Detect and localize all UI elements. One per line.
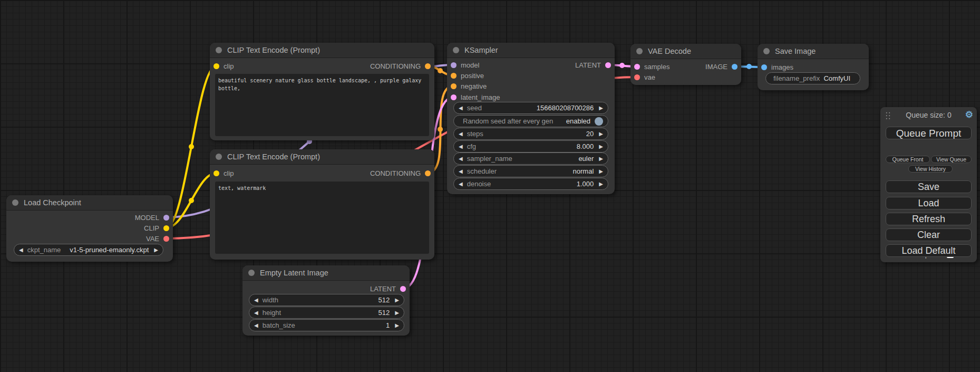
decrement-arrow-icon[interactable]: ◀ <box>254 310 258 316</box>
node-header[interactable]: Empty Latent Image <box>242 265 410 281</box>
positive-input-dot[interactable] <box>451 73 457 79</box>
conditioning-output-dot[interactable] <box>425 170 431 176</box>
increment-arrow-icon[interactable]: ▶ <box>599 182 603 187</box>
widget-value[interactable]: 156680208700286 <box>537 104 594 112</box>
images-input-dot[interactable] <box>761 64 767 70</box>
comfyui-canvas[interactable]: Load Checkpoint MODEL CLIP VAE ◀ ckpt_na… <box>0 0 980 372</box>
increment-arrow-icon[interactable]: ▶ <box>395 298 399 303</box>
negative-input-dot[interactable] <box>451 83 457 89</box>
widget-value[interactable]: 512 <box>379 296 390 304</box>
node-ksampler[interactable]: KSampler model positive negative latent_… <box>447 43 615 194</box>
increment-arrow-icon[interactable]: ▶ <box>599 106 603 111</box>
node-header[interactable]: CLIP Text Encode (Prompt) <box>210 149 434 165</box>
node-header[interactable]: Save Image <box>758 44 869 59</box>
queue-prompt-button[interactable]: Queue Prompt <box>886 127 972 139</box>
clear-button[interactable]: Clear <box>886 228 972 241</box>
widget-value[interactable]: normal <box>573 167 594 175</box>
node-header[interactable]: CLIP Text Encode (Prompt) <box>210 43 434 58</box>
widget-value[interactable]: v1-5-pruned-emaonly.ckpt <box>70 246 149 254</box>
node-save-image[interactable]: Save Image images filename_prefix ComfyU… <box>758 44 869 90</box>
node-vae-decode[interactable]: VAE Decode samples vae IMAGE <box>630 44 741 85</box>
widget-filename-prefix[interactable]: filename_prefix ComfyUI <box>765 72 860 84</box>
decrement-arrow-icon[interactable]: ◀ <box>254 298 258 303</box>
widget-value[interactable]: ComfyUI <box>823 74 850 82</box>
increment-arrow-icon[interactable]: ▶ <box>395 323 399 328</box>
decrement-arrow-icon[interactable]: ◀ <box>459 131 463 137</box>
collapse-toggle-icon[interactable] <box>453 47 459 53</box>
collapse-toggle-icon[interactable] <box>216 154 222 160</box>
decrement-arrow-icon[interactable]: ◀ <box>459 106 463 111</box>
widget-cfg[interactable]: ◀ cfg 8.000 ▶ <box>453 140 608 152</box>
decrement-arrow-icon[interactable]: ◀ <box>459 169 463 174</box>
samples-input-dot[interactable] <box>634 64 640 70</box>
latent-output-dot[interactable] <box>400 286 406 292</box>
view-queue-button[interactable]: View Queue <box>931 156 972 163</box>
node-header[interactable]: KSampler <box>447 43 615 58</box>
collapse-toggle-icon[interactable] <box>636 48 643 54</box>
clip-input-dot[interactable] <box>214 63 219 69</box>
vae-input-dot[interactable] <box>634 74 640 80</box>
clip-input-dot[interactable] <box>214 170 219 176</box>
decrement-arrow-icon[interactable]: ◀ <box>459 182 463 187</box>
collapse-toggle-icon[interactable] <box>763 48 770 54</box>
prompt-textarea[interactable]: text, watermark <box>215 182 429 254</box>
widget-height[interactable]: ◀ height 512 ▶ <box>249 307 404 319</box>
node-header[interactable]: VAE Decode <box>630 44 741 59</box>
widget-value[interactable]: euler <box>578 155 594 163</box>
save-button[interactable]: Save <box>886 180 972 193</box>
node-title: VAE Decode <box>648 47 691 55</box>
collapse-toggle-icon[interactable] <box>216 47 222 53</box>
widget-denoise[interactable]: ◀ denoise 1.000 ▶ <box>453 178 608 190</box>
settings-gear-icon[interactable]: ⚙ <box>965 109 973 120</box>
model-output-dot[interactable] <box>163 215 169 221</box>
model-input-dot[interactable] <box>451 62 457 68</box>
node-clip-text-encode-positive[interactable]: CLIP Text Encode (Prompt) clip CONDITION… <box>210 43 434 140</box>
widget-value[interactable]: 512 <box>379 309 390 317</box>
clip-output-dot[interactable] <box>163 225 169 231</box>
widget-width[interactable]: ◀ width 512 ▶ <box>249 294 404 306</box>
decrement-arrow-icon[interactable]: ◀ <box>459 144 463 149</box>
decrement-arrow-icon[interactable]: ◀ <box>19 247 23 253</box>
widget-batch-size[interactable]: ◀ batch_size 1 ▶ <box>249 319 404 331</box>
increment-arrow-icon[interactable]: ▶ <box>154 247 158 253</box>
widget-value[interactable]: 1 <box>386 321 390 329</box>
collapse-toggle-icon[interactable] <box>248 270 255 276</box>
increment-arrow-icon[interactable]: ▶ <box>599 131 603 137</box>
increment-arrow-icon[interactable]: ▶ <box>599 144 603 149</box>
widget-value[interactable]: enabled <box>566 117 590 125</box>
toggle-enabled-icon[interactable] <box>595 117 603 126</box>
load-button[interactable]: Load <box>886 197 972 209</box>
collapse-toggle-icon[interactable] <box>12 199 18 206</box>
node-header[interactable]: Load Checkpoint <box>6 195 173 211</box>
load-default-button[interactable]: Load Default <box>886 244 972 257</box>
widget-steps[interactable]: ◀ steps 20 ▶ <box>453 128 608 140</box>
drag-handle-icon[interactable] <box>885 111 891 119</box>
increment-arrow-icon[interactable]: ▶ <box>599 156 603 161</box>
queue-front-button[interactable]: Queue Front <box>886 156 930 163</box>
node-clip-text-encode-negative[interactable]: CLIP Text Encode (Prompt) clip CONDITION… <box>210 149 434 260</box>
widget-scheduler[interactable]: ◀ scheduler normal ▶ <box>453 165 608 177</box>
widget-ckpt-name[interactable]: ◀ ckpt_name v1-5-pruned-emaonly.ckpt ▶ <box>14 244 163 256</box>
decrement-arrow-icon[interactable]: ◀ <box>254 323 258 328</box>
image-output-dot[interactable] <box>732 64 738 70</box>
node-load-checkpoint[interactable]: Load Checkpoint MODEL CLIP VAE ◀ ckpt_na… <box>6 195 173 262</box>
increment-arrow-icon[interactable]: ▶ <box>599 169 603 174</box>
widget-label: filename_prefix <box>773 74 820 82</box>
widget-seed[interactable]: ◀ seed 156680208700286 ▶ <box>453 102 608 114</box>
latent-output-dot[interactable] <box>605 62 611 68</box>
latent-image-input-dot[interactable] <box>451 94 457 100</box>
slot-label: vae <box>644 73 655 81</box>
prompt-textarea[interactable]: beautiful scenery nature glass bottle la… <box>215 74 429 136</box>
widget-random-seed[interactable]: Random seed after every gen enabled <box>453 115 608 127</box>
widget-value[interactable]: 1.000 <box>577 180 594 188</box>
refresh-button[interactable]: Refresh <box>886 213 972 225</box>
conditioning-output-dot[interactable] <box>425 63 431 69</box>
increment-arrow-icon[interactable]: ▶ <box>395 310 399 316</box>
node-empty-latent-image[interactable]: Empty Latent Image LATENT ◀ width 512 ▶ … <box>242 265 410 336</box>
decrement-arrow-icon[interactable]: ◀ <box>459 156 463 161</box>
view-history-button[interactable]: View History <box>908 165 953 173</box>
widget-sampler-name[interactable]: ◀ sampler_name euler ▶ <box>453 152 608 165</box>
widget-value[interactable]: 8.000 <box>577 142 594 150</box>
widget-value[interactable]: 20 <box>586 130 594 138</box>
vae-output-dot[interactable] <box>163 236 169 242</box>
